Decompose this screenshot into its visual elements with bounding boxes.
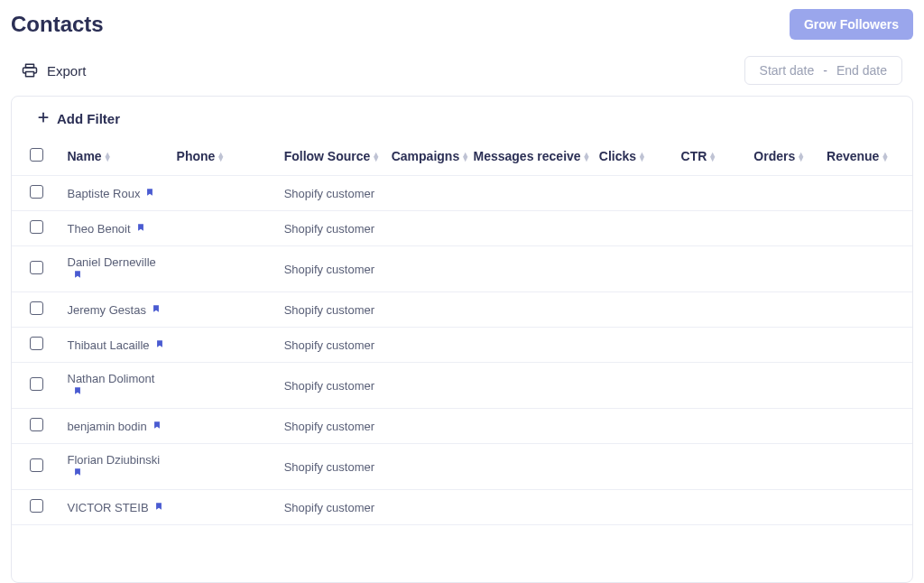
page-title: Contacts — [11, 12, 104, 37]
grow-followers-button[interactable]: Grow Followers — [790, 9, 913, 40]
follow-source-cell: Shopify customer — [279, 211, 386, 246]
add-filter-button[interactable]: Add Filter — [12, 97, 912, 137]
bookmark-icon — [155, 338, 164, 352]
table-row[interactable]: Baptiste RouxShopify customer — [12, 176, 912, 211]
plus-icon — [37, 111, 50, 126]
bookmark-icon — [136, 222, 145, 236]
column-header-revenue[interactable]: Revenue▲▼ — [821, 137, 912, 176]
contacts-table: Name▲▼ Phone▲▼ Follow Source▲▼ Campaigns… — [12, 137, 912, 525]
sort-icon: ▲▼ — [881, 153, 889, 162]
row-checkbox[interactable] — [30, 301, 43, 315]
contact-name[interactable]: Daniel Derneville — [68, 255, 156, 269]
row-checkbox[interactable] — [30, 185, 43, 199]
bookmark-icon — [152, 303, 161, 317]
contact-name[interactable]: Nathan Dolimont — [68, 372, 155, 385]
follow-source-cell: Shopify customer — [279, 444, 386, 490]
contact-name[interactable]: benjamin bodin — [68, 420, 147, 433]
select-all-checkbox[interactable] — [30, 148, 43, 162]
table-row[interactable]: Thibaut LacailleShopify customer — [12, 328, 912, 363]
column-header-orders[interactable]: Orders▲▼ — [748, 137, 821, 176]
table-row[interactable]: benjamin bodinShopify customer — [12, 409, 912, 444]
date-dash: - — [823, 63, 827, 78]
follow-source-cell: Shopify customer — [279, 490, 386, 525]
sort-icon: ▲▼ — [797, 153, 805, 162]
bookmark-icon — [73, 385, 82, 399]
contact-name[interactable]: Jeremy Gestas — [68, 303, 146, 317]
table-row[interactable]: Theo BenoitShopify customer — [12, 211, 912, 246]
row-checkbox[interactable] — [30, 261, 43, 274]
follow-source-cell: Shopify customer — [279, 328, 386, 363]
bookmark-icon — [145, 187, 154, 200]
sort-icon: ▲▼ — [372, 153, 380, 162]
column-header-phone[interactable]: Phone▲▼ — [171, 137, 279, 176]
date-range-picker[interactable]: Start date - End date — [744, 56, 902, 85]
column-header-follow-source[interactable]: Follow Source▲▼ — [279, 137, 386, 176]
row-checkbox[interactable] — [30, 377, 43, 391]
table-row[interactable]: Florian DziubinskiShopify customer — [12, 444, 912, 490]
sort-icon: ▲▼ — [708, 153, 716, 162]
contact-name[interactable]: VICTOR STEIB — [68, 501, 149, 514]
contact-name[interactable]: Baptiste Roux — [68, 187, 141, 200]
bookmark-icon — [73, 269, 82, 282]
sort-icon: ▲▼ — [461, 153, 469, 162]
bookmark-icon — [154, 501, 163, 514]
follow-source-cell: Shopify customer — [279, 176, 386, 211]
row-checkbox[interactable] — [30, 337, 43, 350]
table-row[interactable]: Daniel DernevilleShopify customer — [12, 246, 912, 292]
contact-name[interactable]: Theo Benoit — [68, 222, 131, 236]
row-checkbox[interactable] — [30, 220, 43, 234]
follow-source-cell: Shopify customer — [279, 363, 386, 409]
svg-rect-1 — [26, 72, 34, 77]
row-checkbox[interactable] — [30, 418, 43, 431]
export-label: Export — [47, 63, 86, 79]
follow-source-cell: Shopify customer — [279, 246, 386, 292]
row-checkbox[interactable] — [30, 499, 43, 513]
table-row[interactable]: VICTOR STEIBShopify customer — [12, 490, 912, 525]
add-filter-label: Add Filter — [57, 111, 120, 126]
column-header-clicks[interactable]: Clicks▲▼ — [594, 137, 676, 176]
sort-icon: ▲▼ — [638, 153, 646, 162]
follow-source-cell: Shopify customer — [279, 292, 386, 328]
start-date-placeholder: Start date — [760, 63, 815, 78]
contact-name[interactable]: Thibaut Lacaille — [68, 338, 150, 352]
end-date-placeholder: End date — [836, 63, 887, 78]
column-header-messages[interactable]: Messages receive▲▼ — [468, 137, 594, 176]
sort-icon: ▲▼ — [583, 153, 591, 162]
bookmark-icon — [73, 467, 82, 480]
column-header-campaigns[interactable]: Campaigns▲▼ — [386, 137, 468, 176]
column-header-ctr[interactable]: CTR▲▼ — [676, 137, 749, 176]
export-button[interactable]: Export — [22, 62, 86, 79]
bookmark-icon — [152, 420, 162, 433]
table-row[interactable]: Nathan DolimontShopify customer — [12, 363, 912, 409]
contact-name[interactable]: Florian Dziubinski — [68, 453, 161, 467]
follow-source-cell: Shopify customer — [279, 409, 386, 444]
sort-icon: ▲▼ — [104, 153, 112, 162]
sort-icon: ▲▼ — [217, 153, 225, 162]
print-icon — [22, 62, 38, 79]
column-header-name[interactable]: Name▲▼ — [62, 137, 171, 176]
table-row[interactable]: Jeremy GestasShopify customer — [12, 292, 912, 328]
row-checkbox[interactable] — [30, 458, 43, 472]
